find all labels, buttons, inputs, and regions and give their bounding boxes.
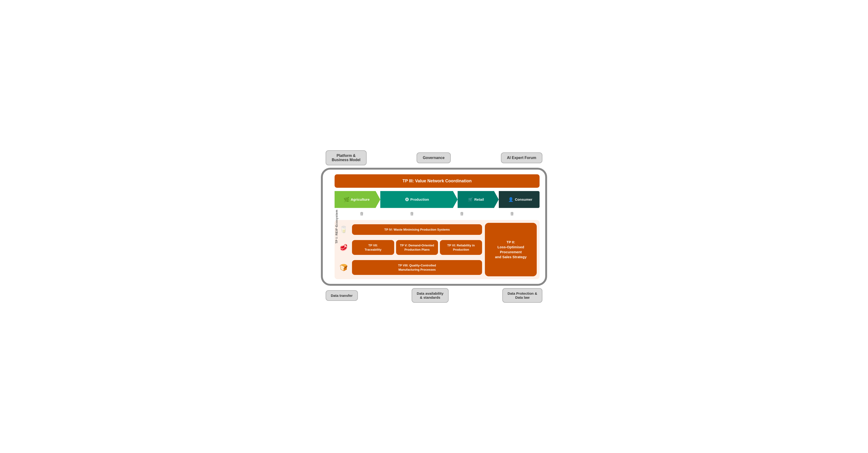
row-meat: 🥩 TP VII: Traceability TP V: Demand-Orie… xyxy=(337,239,482,256)
row-meat-boxes: TP VII: Traceability TP V: Demand-Orient… xyxy=(352,240,482,255)
top-label-governance: Governance xyxy=(416,153,451,163)
row-bread-boxes: TP VIII: Quality-Controlled Manufacturin… xyxy=(352,260,482,275)
trash-agriculture[interactable]: 🗑 xyxy=(360,211,364,216)
arrow-retail[interactable]: 🛒 Retail xyxy=(458,191,499,208)
top-label-ai-forum: AI Expert Forum xyxy=(501,153,542,163)
arrows-section: 🌿 Agriculture ⚙ Production 🛒 Retail xyxy=(335,191,539,217)
arrow-agriculture[interactable]: 🌿 Agriculture xyxy=(335,191,380,208)
row-bread: 🍞 TP VIII: Quality-Controlled Manufactur… xyxy=(337,259,482,276)
arrow-production[interactable]: ⚙ Production xyxy=(380,191,458,208)
row-milk-boxes: TP IV: Waste Minimising Production Syste… xyxy=(352,224,482,235)
leaf-icon: 🌿 xyxy=(343,197,349,202)
person-icon: 👤 xyxy=(508,197,514,202)
row-milk: 🥛 TP IV: Waste Minimising Production Sys… xyxy=(337,223,482,236)
food-icon-bread: 🍞 xyxy=(337,264,350,271)
bottom-label-data-availability: Data availability & standards xyxy=(412,288,448,303)
trash-production[interactable]: 🗑 xyxy=(410,211,414,216)
left-content: 🥛 TP IV: Waste Minimising Production Sys… xyxy=(337,223,482,277)
trash-row: 🗑 🗑 🗑 🗑 xyxy=(335,211,539,217)
tp6-box: TP VI: Reliability in Production xyxy=(440,240,482,255)
arrow-row: 🌿 Agriculture ⚙ Production 🛒 Retail xyxy=(335,191,539,208)
outer-container: TP I: REIF-Ecosystem TP III: Value Netwo… xyxy=(321,168,547,286)
food-icon-meat: 🥩 xyxy=(337,244,350,251)
bottom-label-data-transfer: Data transfer xyxy=(326,290,358,301)
bottom-labels: Data transfer Data availability & standa… xyxy=(321,288,547,303)
tp3-banner: TP III: Value Network Coordination xyxy=(335,174,539,188)
bottom-label-data-protection: Data Protection & Data law xyxy=(502,288,542,303)
content-area: 🥛 TP IV: Waste Minimising Production Sys… xyxy=(335,220,539,280)
gear-icon: ⚙ xyxy=(405,197,409,202)
top-label-platform: Platform & Business Model xyxy=(326,150,367,165)
tp8-box: TP VIII: Quality-Controlled Manufacturin… xyxy=(352,260,482,275)
tp5-box: TP V: Demand-Oriented Production Plans xyxy=(396,240,438,255)
food-icon-milk: 🥛 xyxy=(337,226,350,233)
trash-consumer[interactable]: 🗑 xyxy=(510,211,514,216)
top-labels: Platform & Business Model Governance AI … xyxy=(321,150,547,165)
diagram-wrapper: Platform & Business Model Governance AI … xyxy=(321,150,547,303)
tp4-box: TP IV: Waste Minimising Production Syste… xyxy=(352,224,482,235)
trash-retail[interactable]: 🗑 xyxy=(460,211,464,216)
arrow-consumer[interactable]: 👤 Consumer xyxy=(499,191,539,208)
tp2-box: TP II: Loss-Optimised Procurement and Sa… xyxy=(485,223,537,277)
tp7-box: TP VII: Traceability xyxy=(352,240,394,255)
cart-icon: 🛒 xyxy=(468,197,473,202)
